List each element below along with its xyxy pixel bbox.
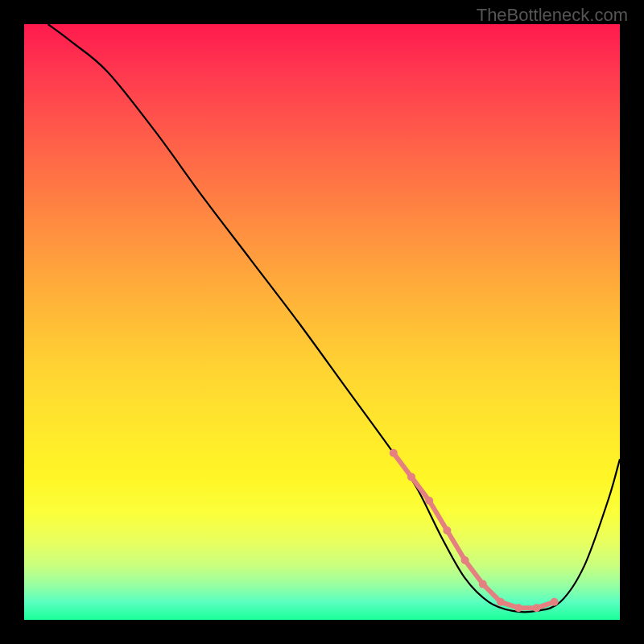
flat-region-markers (390, 449, 559, 612)
watermark-text: TheBottleneck.com (477, 5, 628, 26)
bottleneck-curve (48, 24, 620, 612)
curve-layer (24, 24, 620, 620)
plot-area (24, 24, 620, 620)
flat-region-line (394, 453, 555, 608)
